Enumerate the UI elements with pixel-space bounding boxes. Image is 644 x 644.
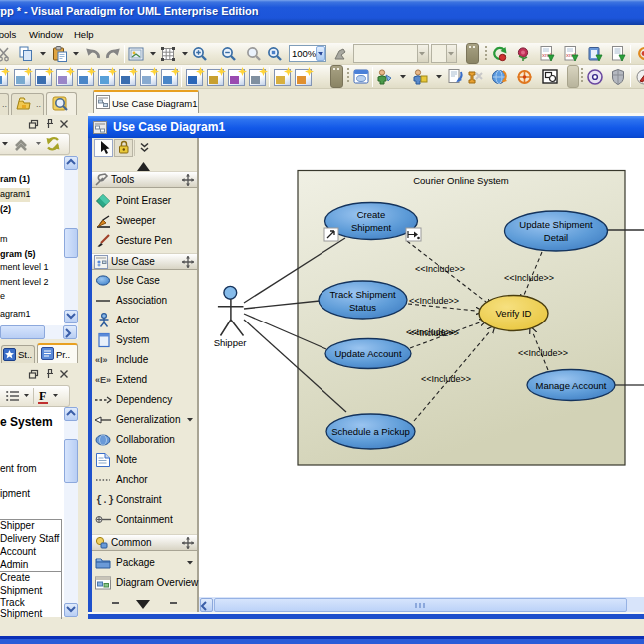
svg-text:Create: Create [357, 209, 386, 220]
svg-text:<<Include>>: <<Include>> [518, 348, 568, 358]
svg-text:<<Include>>: <<Include>> [409, 296, 459, 306]
svg-text:Status: Status [349, 302, 376, 313]
svg-text:<<Include>>: <<Include>> [421, 374, 471, 384]
svg-text:«I»: «I» [95, 355, 108, 365]
svg-text:Shipper: Shipper [214, 337, 247, 348]
svg-text:Detail: Detail [544, 232, 568, 243]
svg-text:Manage Account: Manage Account [536, 380, 607, 391]
svg-text:Track Shipment: Track Shipment [329, 289, 396, 300]
svg-text:Update Shipment: Update Shipment [519, 219, 593, 230]
svg-text:Verify ID: Verify ID [496, 308, 532, 319]
svg-text:<<Include>>: <<Include>> [415, 264, 465, 274]
svg-text:Schedule a Pickup: Schedule a Pickup [331, 426, 410, 437]
svg-text:Courier Online System: Courier Online System [413, 175, 509, 186]
svg-text:{.}: {.} [96, 495, 114, 506]
svg-text:«E»: «E» [95, 375, 111, 385]
svg-text:Shipment: Shipment [351, 222, 391, 233]
svg-text:<<Include>>: <<Include>> [504, 273, 554, 283]
svg-text:Update Account: Update Account [334, 348, 401, 359]
svg-text:<<Include>>: <<Include>> [409, 328, 459, 338]
